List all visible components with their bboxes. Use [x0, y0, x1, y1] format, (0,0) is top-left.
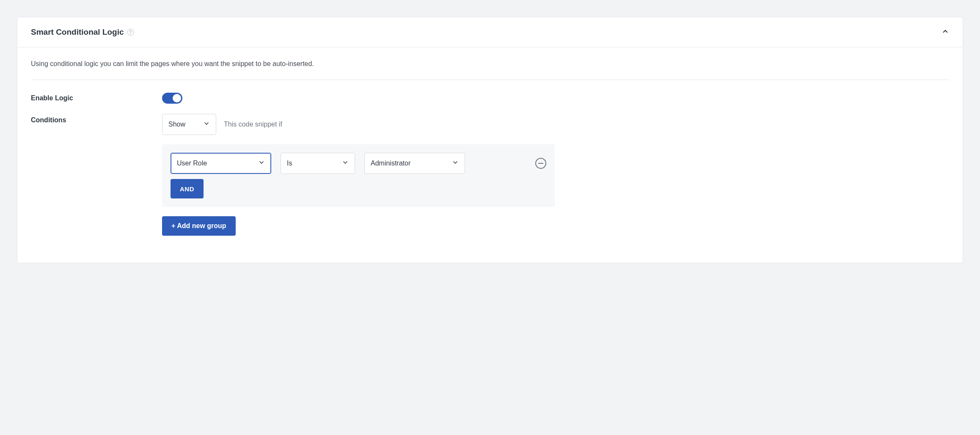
enable-logic-row: Enable Logic: [31, 92, 949, 104]
panel-body: Using conditional logic you can limit th…: [17, 47, 963, 263]
conditional-logic-panel: Smart Conditional Logic ? Using conditio…: [17, 17, 963, 263]
chevron-down-icon: [203, 120, 210, 129]
conditions-label: Conditions: [31, 114, 145, 124]
conditions-row: Conditions Show This code snippet if Use…: [31, 114, 949, 236]
and-button[interactable]: AND: [171, 179, 204, 198]
conditions-suffix-text: This code snippet if: [224, 121, 282, 128]
condition-value-value: Administrator: [371, 160, 410, 167]
enable-logic-label: Enable Logic: [31, 92, 145, 102]
condition-group: User Role Is Administrator: [162, 144, 555, 207]
action-select-value: Show: [168, 121, 185, 128]
chevron-down-icon: [452, 159, 459, 168]
condition-value-select[interactable]: Administrator: [364, 153, 465, 174]
add-group-button[interactable]: + Add new group: [162, 216, 236, 236]
chevron-down-icon: [342, 159, 349, 168]
help-icon[interactable]: ?: [127, 29, 134, 36]
enable-logic-toggle[interactable]: [162, 93, 182, 104]
conditions-action-row: Show This code snippet if: [162, 114, 949, 135]
panel-description: Using conditional logic you can limit th…: [31, 60, 949, 80]
panel-header[interactable]: Smart Conditional Logic ?: [17, 17, 963, 47]
condition-operator-value: Is: [287, 160, 292, 167]
panel-title: Smart Conditional Logic: [31, 28, 124, 37]
conditions-control: Show This code snippet if User Role: [162, 114, 949, 236]
chevron-down-icon: [258, 159, 265, 168]
condition-operator-select[interactable]: Is: [281, 153, 355, 174]
condition-field-value: User Role: [177, 160, 207, 167]
chevron-up-icon: [941, 28, 949, 37]
condition-field-select[interactable]: User Role: [171, 153, 271, 174]
remove-condition-button[interactable]: [535, 158, 546, 169]
panel-title-wrap: Smart Conditional Logic ?: [31, 28, 134, 37]
action-select[interactable]: Show: [162, 114, 216, 135]
condition-rule-row: User Role Is Administrator: [171, 153, 546, 174]
